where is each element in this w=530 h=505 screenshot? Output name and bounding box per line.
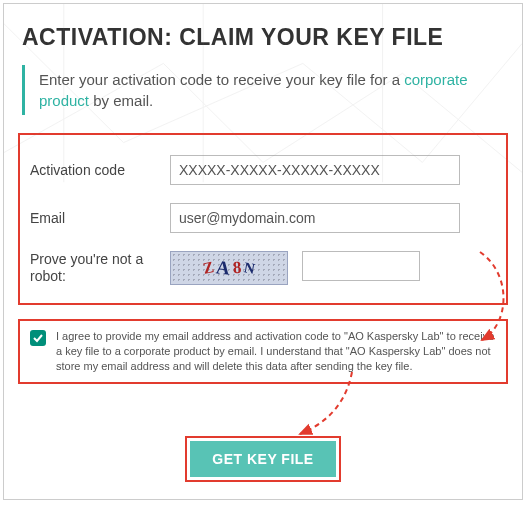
captcha-label: Prove you're not a robot: [30,251,170,285]
captcha-input[interactable] [302,251,420,281]
captcha-glyph: A [215,256,232,279]
get-key-file-button[interactable]: GET KEY FILE [190,441,335,477]
page-title: ACTIVATION: CLAIM YOUR KEY FILE [22,24,504,51]
consent-checkbox[interactable] [30,330,46,346]
captcha-image: Z A 8 N [170,251,288,285]
email-label: Email [30,210,170,227]
captcha-glyph: N [242,259,257,278]
form-highlight-box: Activation code Email Prove you're not a… [18,133,508,305]
consent-highlight-box: I agree to provide my email address and … [18,319,508,384]
activation-code-input[interactable] [170,155,460,185]
button-highlight-box: GET KEY FILE [185,436,340,482]
consent-text: I agree to provide my email address and … [56,329,496,374]
check-icon [33,333,43,343]
intro-block: Enter your activation code to receive yo… [22,65,504,115]
intro-text-before: Enter your activation code to receive yo… [39,71,404,88]
email-input[interactable] [170,203,460,233]
activation-code-label: Activation code [30,162,170,179]
intro-text-after: by email. [89,92,153,109]
